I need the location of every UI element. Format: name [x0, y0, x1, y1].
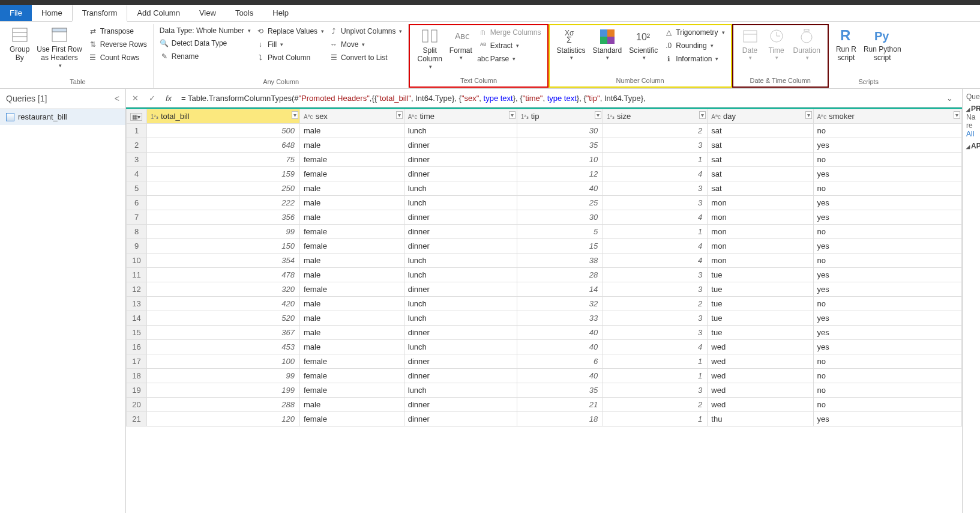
cell[interactable]: 1	[603, 412, 708, 426]
row-header[interactable]: 1	[127, 124, 147, 138]
cell[interactable]: 99	[147, 225, 300, 239]
cell[interactable]: male	[299, 138, 404, 153]
cell[interactable]: 18	[517, 412, 603, 426]
cell[interactable]: 420	[147, 297, 300, 311]
cell[interactable]: 3	[603, 181, 708, 196]
table-row[interactable]: 1899femaledinner401wedno	[127, 369, 962, 383]
expand-formula-icon[interactable]: ⌄	[946, 94, 960, 103]
row-header[interactable]: 19	[127, 383, 147, 398]
cell[interactable]: 35	[517, 138, 603, 153]
row-header[interactable]: 11	[127, 268, 147, 282]
table-row[interactable]: 1500malelunch302satno	[127, 124, 962, 138]
rename-button[interactable]: ✎Rename	[157, 50, 253, 62]
cell[interactable]: tue	[708, 326, 813, 340]
cell[interactable]: male	[299, 297, 404, 311]
filter-icon[interactable]: ▾	[699, 111, 706, 119]
cell[interactable]: 5	[517, 225, 603, 239]
cell[interactable]: male	[299, 398, 404, 412]
cell[interactable]: dinner	[404, 225, 517, 239]
cell[interactable]: dinner	[404, 326, 517, 340]
cell[interactable]: 40	[517, 369, 603, 383]
trigonometry-button[interactable]: △Trigonometry▾	[661, 26, 727, 38]
cell[interactable]: male	[299, 253, 404, 268]
cell[interactable]: lunch	[404, 124, 517, 138]
cell[interactable]: 520	[147, 311, 300, 326]
cell[interactable]: 500	[147, 124, 300, 138]
cancel-formula-icon[interactable]: ✕	[128, 91, 142, 105]
cell[interactable]: female	[299, 225, 404, 239]
convert-list-button[interactable]: ☰Convert to List	[326, 52, 404, 64]
row-header[interactable]: 7	[127, 210, 147, 225]
row-header[interactable]: 20	[127, 398, 147, 412]
cell[interactable]: male	[299, 340, 404, 354]
cell[interactable]: 478	[147, 268, 300, 282]
run-r-button[interactable]: R Run R script	[832, 25, 860, 64]
cell[interactable]: yes	[813, 268, 961, 282]
scientific-button[interactable]: 10² Scientific▾	[625, 26, 661, 62]
fx-icon[interactable]: fx	[162, 91, 175, 105]
cell[interactable]: lunch	[404, 268, 517, 282]
cell[interactable]: tue	[708, 282, 813, 297]
cell[interactable]: no	[813, 225, 961, 239]
cell[interactable]: 320	[147, 282, 300, 297]
row-header[interactable]: 6	[127, 196, 147, 210]
cell[interactable]: 3	[603, 138, 708, 153]
move-button[interactable]: ↔Move▾	[326, 38, 404, 50]
cell[interactable]: no	[813, 253, 961, 268]
cell[interactable]: 288	[147, 398, 300, 412]
table-row[interactable]: 15367maledinner403tueyes	[127, 326, 962, 340]
cell[interactable]: yes	[813, 210, 961, 225]
table-row[interactable]: 4159femaledinner124satyes	[127, 167, 962, 181]
cell[interactable]: 75	[147, 153, 300, 167]
menu-help[interactable]: Help	[263, 5, 298, 21]
row-header[interactable]: 2	[127, 138, 147, 153]
cell[interactable]: wed	[708, 383, 813, 398]
applied-steps-header[interactable]: AP	[966, 142, 979, 150]
row-header[interactable]: 17	[127, 354, 147, 369]
cell[interactable]: no	[813, 369, 961, 383]
table-row[interactable]: 21120femaledinner181thuyes	[127, 412, 962, 426]
table-row[interactable]: 11478malelunch283tueyes	[127, 268, 962, 282]
all-props-link[interactable]: All	[966, 130, 979, 138]
row-header[interactable]: 18	[127, 369, 147, 383]
row-header[interactable]: 21	[127, 412, 147, 426]
cell[interactable]: 4	[603, 253, 708, 268]
cell[interactable]: tue	[708, 268, 813, 282]
cell[interactable]: 356	[147, 210, 300, 225]
transpose-button[interactable]: ⇄Transpose	[86, 25, 149, 37]
column-header-total_bill[interactable]: 1²₃total_bill▾	[147, 109, 300, 124]
cell[interactable]: 40	[517, 181, 603, 196]
count-rows-button[interactable]: ☰Count Rows	[86, 52, 149, 64]
table-row[interactable]: 899femaledinner51monno	[127, 225, 962, 239]
table-row[interactable]: 12320femaledinner143tueyes	[127, 282, 962, 297]
properties-header[interactable]: PR	[966, 105, 979, 113]
accept-formula-icon[interactable]: ✓	[145, 91, 158, 105]
cell[interactable]: mon	[708, 196, 813, 210]
format-button[interactable]: Aʙᴄ Format▾	[446, 26, 476, 62]
cell[interactable]: dinner	[404, 354, 517, 369]
table-row[interactable]: 5250malelunch403satno	[127, 181, 962, 196]
date-button[interactable]: Date▾	[737, 26, 763, 62]
cell[interactable]: female	[299, 354, 404, 369]
cell[interactable]: lunch	[404, 340, 517, 354]
cell[interactable]: female	[299, 153, 404, 167]
detect-type-button[interactable]: 🔍Detect Data Type	[157, 37, 253, 49]
cell[interactable]: 100	[147, 354, 300, 369]
cell[interactable]: sat	[708, 124, 813, 138]
cell[interactable]: dinner	[404, 167, 517, 181]
reverse-rows-button[interactable]: ⇅Reverse Rows	[86, 38, 149, 50]
formula-input[interactable]: = Table.TransformColumnTypes(#"Promoted …	[179, 93, 943, 104]
cell[interactable]: male	[299, 268, 404, 282]
cell[interactable]: wed	[708, 354, 813, 369]
cell[interactable]: mon	[708, 253, 813, 268]
run-python-button[interactable]: Py Run Python script	[860, 25, 905, 64]
menu-view[interactable]: View	[190, 5, 226, 21]
cell[interactable]: no	[813, 354, 961, 369]
cell[interactable]: female	[299, 167, 404, 181]
cell[interactable]: 28	[517, 268, 603, 282]
menu-file[interactable]: File	[0, 5, 32, 21]
cell[interactable]: 222	[147, 196, 300, 210]
cell[interactable]: lunch	[404, 383, 517, 398]
extract-button[interactable]: ᴬᴮExtract▾	[476, 40, 544, 52]
cell[interactable]: 1	[603, 354, 708, 369]
